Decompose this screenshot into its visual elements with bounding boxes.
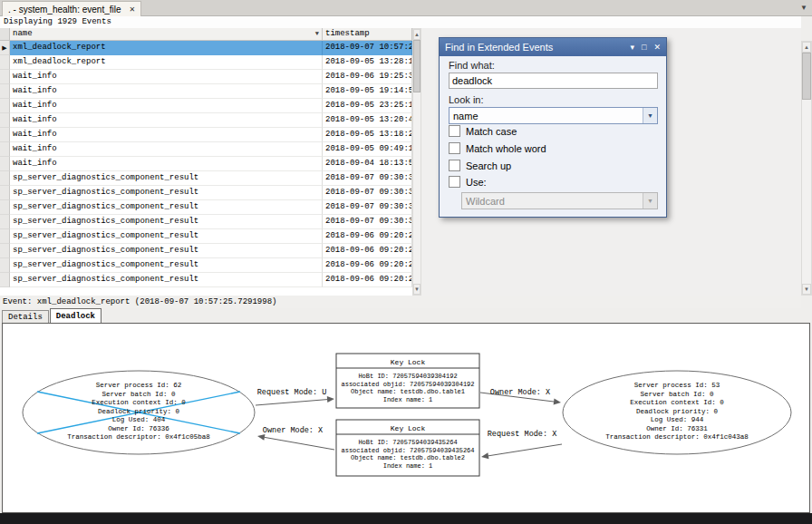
event-timestamp-cell[interactable]: 2018-09-05 09:49:16.34: [323, 142, 412, 157]
row-selector-cell[interactable]: [0, 55, 10, 70]
event-row[interactable]: sp_server_diagnostics_component_result 2…: [0, 171, 412, 186]
event-timestamp-cell[interactable]: 2018-09-06 09:20:24.43: [323, 229, 412, 244]
scrollbar-thumb[interactable]: [802, 53, 811, 100]
event-row-selected[interactable]: ▶ xml_deadlock_report 2018-09-07 10:57:2…: [0, 41, 412, 55]
use-checkbox[interactable]: [449, 176, 460, 188]
scroll-up-icon[interactable]: ▲: [413, 29, 420, 40]
row-selector-cell[interactable]: [0, 200, 10, 215]
tab-list-chevron-icon[interactable]: ▼: [800, 4, 807, 12]
row-selector-cell[interactable]: [0, 273, 10, 287]
row-selector-cell[interactable]: [0, 186, 10, 200]
row-selector-cell[interactable]: [0, 157, 10, 171]
row-selector-cell[interactable]: [0, 113, 10, 128]
event-name-cell[interactable]: sp_server_diagnostics_component_result: [10, 215, 323, 229]
event-timestamp-cell[interactable]: 2018-09-07 09:30:36.12: [323, 200, 412, 215]
event-name-cell[interactable]: xml_deadlock_report: [10, 55, 323, 70]
event-name-cell[interactable]: xml_deadlock_report: [10, 41, 323, 55]
event-row[interactable]: wait_info 2018-09-04 18:13:55.87: [0, 157, 412, 171]
tab-close-icon[interactable]: ✕: [130, 5, 136, 14]
row-selector-cell[interactable]: [0, 84, 10, 99]
event-row[interactable]: sp_server_diagnostics_component_result 2…: [0, 258, 412, 273]
event-timestamp-cell[interactable]: 2018-09-05 19:14:52.67: [323, 84, 412, 99]
find-what-input[interactable]: [449, 73, 658, 89]
event-row[interactable]: sp_server_diagnostics_component_result 2…: [0, 244, 412, 258]
scroll-up-icon[interactable]: ▲: [802, 42, 811, 53]
lock-node-table2[interactable]: Key Lock HoBt ID: 72057594039435264 asso…: [336, 420, 479, 476]
event-row[interactable]: wait_info 2018-09-05 23:25:11.40: [0, 99, 412, 113]
event-row[interactable]: sp_server_diagnostics_component_result 2…: [0, 200, 412, 215]
find-dialog-titlebar[interactable]: Find in Extended Events ▾ □ ✕: [440, 38, 666, 56]
scrollbar-thumb[interactable]: [413, 40, 420, 92]
process-node-victim[interactable]: Server process Id: 62 Server batch Id: 0…: [23, 371, 255, 454]
window-menu-icon[interactable]: ▾: [630, 43, 634, 52]
row-selector-cell[interactable]: [0, 229, 10, 244]
event-name-cell[interactable]: wait_info: [10, 99, 323, 113]
event-name-cell[interactable]: sp_server_diagnostics_component_result: [10, 229, 323, 244]
event-name-cell[interactable]: sp_server_diagnostics_component_result: [10, 186, 323, 200]
event-row[interactable]: sp_server_diagnostics_component_result 2…: [0, 229, 412, 244]
maximize-icon[interactable]: □: [642, 43, 646, 52]
event-row[interactable]: wait_info 2018-09-05 13:20:49.18: [0, 113, 412, 128]
close-icon[interactable]: ✕: [653, 43, 661, 52]
match-case-option[interactable]: Match case: [449, 125, 517, 137]
event-name-cell[interactable]: wait_info: [10, 142, 323, 157]
event-name-cell[interactable]: wait_info: [10, 113, 323, 128]
event-row[interactable]: xml_deadlock_report 2018-09-05 13:28:10.…: [0, 55, 412, 70]
event-name-cell[interactable]: sp_server_diagnostics_component_result: [10, 273, 323, 287]
event-name-cell[interactable]: wait_info: [10, 70, 323, 84]
event-row[interactable]: sp_server_diagnostics_component_result 2…: [0, 215, 412, 229]
match-case-checkbox[interactable]: [449, 125, 460, 137]
event-name-cell[interactable]: wait_info: [10, 128, 323, 142]
lock-node-table1[interactable]: Key Lock HoBt ID: 72057594039304192 asso…: [336, 354, 479, 408]
event-timestamp-cell[interactable]: 2018-09-04 18:13:55.87: [323, 157, 412, 171]
event-name-cell[interactable]: sp_server_diagnostics_component_result: [10, 258, 323, 273]
scroll-down-icon[interactable]: ▼: [413, 284, 420, 295]
event-timestamp-cell[interactable]: 2018-09-05 23:25:11.40: [323, 99, 412, 113]
event-row[interactable]: wait_info 2018-09-06 19:25:34.08: [0, 70, 412, 84]
column-header-timestamp[interactable]: timestamp: [323, 28, 412, 41]
event-row[interactable]: wait_info 2018-09-05 19:14:52.67: [0, 84, 412, 99]
chevron-down-icon[interactable]: ▼: [643, 108, 657, 123]
event-timestamp-cell[interactable]: 2018-09-06 09:20:24.43: [323, 244, 412, 258]
event-timestamp-cell[interactable]: 2018-09-05 13:20:49.18: [323, 113, 412, 128]
search-up-option[interactable]: Search up: [449, 160, 511, 171]
document-tab[interactable]: . - system_health: event_file ✕: [2, 1, 141, 16]
event-timestamp-cell[interactable]: 2018-09-05 13:18:21.82: [323, 128, 412, 142]
event-timestamp-cell[interactable]: 2018-09-07 09:30:36.12: [323, 171, 412, 186]
event-timestamp-cell[interactable]: 2018-09-07 09:30:36.12: [323, 186, 412, 200]
event-name-cell[interactable]: sp_server_diagnostics_component_result: [10, 244, 323, 258]
process-node[interactable]: Server process Id: 53 Server batch Id: 0…: [563, 371, 791, 454]
event-timestamp-cell[interactable]: 2018-09-06 09:20:24.43: [323, 273, 412, 287]
event-row[interactable]: wait_info 2018-09-05 13:18:21.82: [0, 128, 412, 142]
event-timestamp-cell[interactable]: 2018-09-07 09:30:36.12: [323, 215, 412, 229]
match-whole-word-option[interactable]: Match whole word: [449, 142, 546, 154]
row-selector-cell[interactable]: [0, 128, 10, 142]
window-scrollbar[interactable]: ▲ ▼: [801, 41, 812, 296]
event-name-cell[interactable]: wait_info: [10, 84, 323, 99]
event-timestamp-cell[interactable]: 2018-09-06 19:25:34.08: [323, 70, 412, 84]
event-timestamp-cell[interactable]: 2018-09-07 10:57:25.72: [323, 41, 412, 55]
event-timestamp-cell[interactable]: 2018-09-06 09:20:24.43: [323, 258, 412, 273]
row-selector-cell[interactable]: [0, 258, 10, 273]
look-in-combobox[interactable]: name ▼: [449, 107, 658, 124]
row-selector-cell[interactable]: [0, 142, 10, 157]
event-row[interactable]: sp_server_diagnostics_component_result 2…: [0, 186, 412, 200]
event-timestamp-cell[interactable]: 2018-09-05 13:28:10.57: [323, 55, 412, 70]
sort-descending-icon[interactable]: ▼: [315, 28, 319, 40]
event-row[interactable]: sp_server_diagnostics_component_result 2…: [0, 273, 412, 287]
row-selector-cell[interactable]: [0, 99, 10, 113]
match-whole-word-checkbox[interactable]: [449, 142, 460, 154]
tab-deadlock[interactable]: Deadlock: [50, 308, 102, 323]
tab-details[interactable]: Details: [2, 310, 49, 323]
row-selector-cell[interactable]: [0, 244, 10, 258]
event-name-cell[interactable]: sp_server_diagnostics_component_result: [10, 171, 323, 186]
event-row[interactable]: wait_info 2018-09-05 09:49:16.34: [0, 142, 412, 157]
event-name-cell[interactable]: wait_info: [10, 157, 323, 171]
grid-scrollbar[interactable]: ▲ ▼: [412, 28, 421, 296]
row-selector-cell[interactable]: [0, 171, 10, 186]
use-option[interactable]: Use:: [449, 176, 487, 188]
row-selector-cell[interactable]: [0, 70, 10, 84]
row-selector-cell[interactable]: ▶: [0, 41, 10, 55]
event-name-cell[interactable]: sp_server_diagnostics_component_result: [10, 200, 323, 215]
scroll-down-icon[interactable]: ▼: [802, 284, 811, 295]
